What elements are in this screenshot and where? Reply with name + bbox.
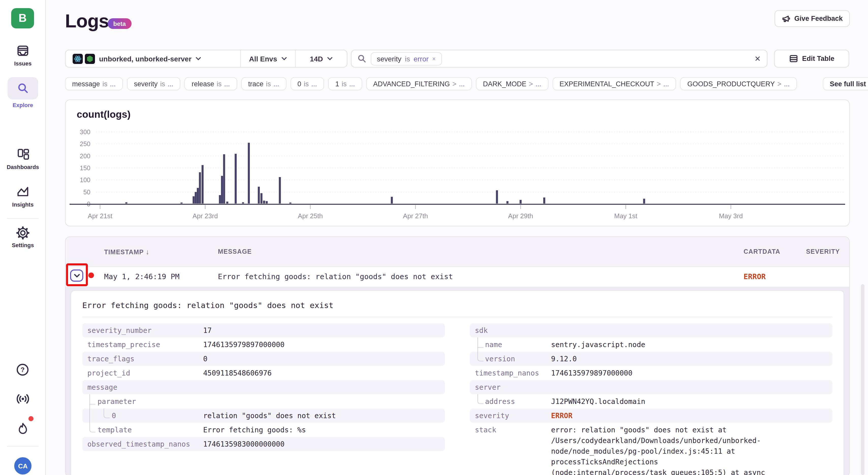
dashboards-icon: [16, 147, 30, 161]
bar: [258, 187, 260, 203]
search-filter-chip[interactable]: severity is error ×: [371, 52, 442, 65]
detail-row: observed_timestamp_nanos1746135983000000…: [82, 437, 445, 451]
log-detail-card: Error fetching goods: relation "goods" d…: [71, 290, 844, 475]
chip-text: severity: [134, 80, 158, 88]
project-selector-label: unborked, unborked-server: [99, 55, 191, 63]
bar: [543, 197, 545, 203]
bar: [266, 201, 268, 203]
chart-panel: 050100150200250300Apr 21stApr 23rdApr 25…: [65, 99, 850, 226]
flame-icon: [16, 422, 30, 436]
detail-row: parameter: [82, 394, 445, 409]
issues-icon: [16, 44, 30, 58]
chevron-down-icon: [281, 57, 287, 60]
megaphone-icon: [782, 14, 791, 23]
sidebar-item-issues[interactable]: Issues: [0, 44, 46, 66]
detail-left-table: severity_number17timestamp_precise174613…: [82, 323, 445, 475]
filter-chip[interactable]: messageis...: [65, 77, 123, 90]
broadcast-button[interactable]: [16, 392, 30, 408]
detail-row: namesentry.javascript.node: [470, 337, 832, 352]
chip-remove-icon[interactable]: ×: [432, 55, 436, 62]
bar: [199, 172, 201, 203]
search-input[interactable]: severity is error × ✕: [351, 50, 768, 67]
edit-table-label: Edit Table: [802, 55, 834, 62]
chip-text: is: [160, 80, 165, 88]
detail-value: 1746135979897000000: [203, 337, 445, 352]
sidebar-item-dashboards[interactable]: Dashboards: [0, 147, 46, 170]
bar: [221, 176, 223, 203]
bar: [197, 188, 199, 203]
filter-chip[interactable]: releaseis...: [185, 77, 237, 90]
filter-chip[interactable]: DARK_MODE>...: [476, 77, 548, 90]
whats-new-button[interactable]: [16, 422, 30, 438]
detail-key: template: [82, 423, 132, 437]
chip-text: EXPERIMENTAL_CHECKOUT: [559, 80, 654, 88]
detail-row: timestamp_precise1746135979897000000: [82, 337, 445, 352]
filter-chip[interactable]: ADVANCED_FILTERING>...: [366, 77, 472, 90]
sidebar-item-insights[interactable]: Insights: [0, 185, 46, 208]
sidebar-item-settings[interactable]: Settings: [0, 226, 46, 248]
bar: [506, 201, 508, 203]
chip-text: is: [102, 80, 108, 88]
chip-text: is: [304, 80, 309, 88]
detail-row: stackerror: relation "goods" does not ex…: [470, 423, 832, 475]
sidebar-item-label: Issues: [14, 60, 32, 66]
table-header: TIMESTAMP ↓ MESSAGE CARTDATA SEVERITY: [65, 237, 849, 267]
column-header-timestamp[interactable]: TIMESTAMP ↓: [104, 237, 149, 267]
filter-chip[interactable]: traceis...: [241, 77, 286, 90]
avatar[interactable]: CA: [14, 457, 31, 474]
detail-key: severity_number: [82, 323, 152, 337]
help-button[interactable]: ?: [16, 363, 29, 379]
filter-chip[interactable]: GOODS_PRODUCTQUERY>...: [680, 77, 797, 90]
sidebar-item-explore[interactable]: Explore: [0, 77, 46, 108]
chip-text: >: [657, 80, 661, 88]
detail-row: templateError fetching goods: %s: [82, 423, 445, 437]
svg-text:Apr 25th: Apr 25th: [298, 212, 323, 220]
chip-text: is: [217, 80, 222, 88]
bar: [242, 202, 244, 203]
detail-value: 0: [203, 352, 445, 366]
chip-text: trace: [248, 80, 264, 88]
edit-table-button[interactable]: Edit Table: [774, 50, 849, 67]
column-header-cartdata[interactable]: CARTDATA: [744, 237, 780, 267]
detail-divider: [82, 317, 832, 317]
search-icon: [358, 54, 366, 63]
help-icon: ?: [16, 363, 29, 377]
detail-row: timestamp_nanos1746135979897000000: [470, 366, 832, 380]
bar: [520, 200, 522, 203]
environment-selector[interactable]: All Envs: [240, 50, 295, 67]
detail-row: project_id4509118548606976: [82, 366, 445, 380]
filter-chip[interactable]: 1is...: [328, 77, 362, 90]
log-row[interactable]: May 1, 2:46:19 PM Error fetching goods: …: [65, 267, 849, 287]
detail-key: timestamp_nanos: [470, 366, 539, 380]
node-project-icon: [85, 54, 95, 64]
chip-text: >: [453, 80, 457, 88]
gear-icon: [16, 226, 29, 240]
detail-row: message: [82, 380, 445, 394]
give-feedback-button[interactable]: Give Feedback: [775, 10, 850, 27]
chip-text: ...: [784, 80, 790, 88]
chip-text: is: [342, 80, 347, 88]
bar: [195, 192, 197, 203]
search-icon: [16, 82, 29, 95]
log-timestamp: May 1, 2:46:19 PM: [104, 267, 180, 287]
scrollbar[interactable]: [861, 284, 864, 475]
see-full-list-button[interactable]: See full list: [823, 77, 868, 90]
clear-search-icon[interactable]: ✕: [754, 54, 761, 63]
project-selector[interactable]: unborked, unborked-server: [65, 50, 240, 67]
filter-chip[interactable]: 0is...: [290, 77, 324, 90]
chip-text: 0: [298, 80, 301, 88]
bar: [260, 193, 262, 203]
bar: [248, 143, 250, 203]
org-logo[interactable]: B: [11, 8, 34, 28]
filter-chip[interactable]: EXPERIMENTAL_CHECKOUT>...: [552, 77, 676, 90]
sidebar-item-label: Explore: [13, 102, 33, 108]
insights-icon: [16, 185, 30, 199]
period-selector[interactable]: 14D: [295, 50, 347, 67]
chip-text: ...: [110, 80, 116, 88]
filter-chip[interactable]: severityis...: [127, 77, 181, 90]
column-header-message[interactable]: MESSAGE: [218, 237, 252, 267]
bar: [125, 202, 127, 203]
sidebar-divider: [7, 446, 39, 447]
detail-value: sentry.javascript.node: [551, 337, 832, 352]
column-header-severity[interactable]: SEVERITY: [806, 237, 840, 267]
